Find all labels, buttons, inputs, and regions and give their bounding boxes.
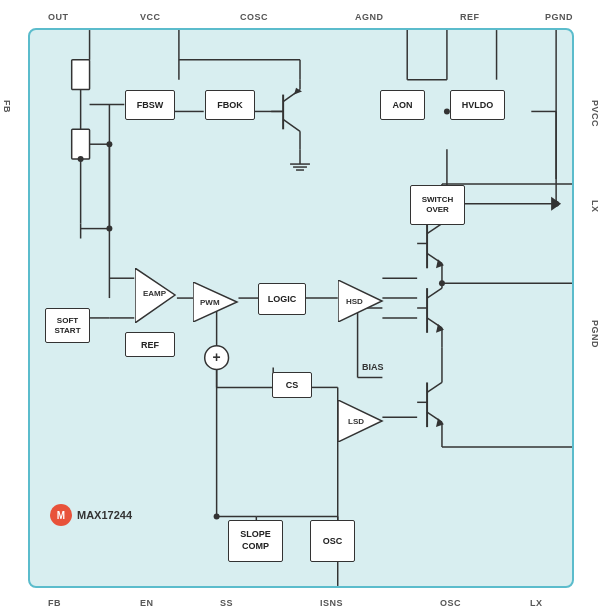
soft-start-block: SOFT START [45, 308, 90, 343]
switchover-block: SWITCH OVER [410, 185, 465, 225]
osc-block: OSC [310, 520, 355, 562]
svg-text:LSD: LSD [348, 417, 364, 426]
pwm-block: PWM [193, 282, 241, 322]
label-lx-right: LX [590, 200, 600, 213]
logic-block: LOGIC [258, 283, 306, 315]
logo-badge: M MAX17244 [50, 504, 132, 526]
label-pgnd-right: PGND [590, 320, 600, 348]
label-lx: LX [530, 598, 543, 608]
hvldo-block: HVLDO [450, 90, 505, 120]
svg-text:HSD: HSD [346, 297, 363, 306]
eamp-block: EAMP [135, 268, 180, 323]
svg-point-99 [214, 513, 220, 519]
bias-label: BIAS [362, 362, 384, 372]
svg-line-18 [283, 119, 300, 131]
svg-point-96 [444, 108, 450, 114]
svg-text:EAMP: EAMP [143, 289, 167, 298]
fbok-block: FBOK [205, 90, 255, 120]
svg-point-94 [106, 226, 112, 232]
label-ss: SS [220, 598, 233, 608]
lsd-block: LSD [338, 400, 386, 442]
svg-line-69 [427, 382, 442, 392]
svg-point-93 [106, 141, 112, 147]
label-out: OUT [48, 12, 69, 22]
label-en: EN [140, 598, 154, 608]
svg-point-95 [78, 156, 84, 162]
ref-block: REF [125, 332, 175, 357]
label-isns: ISNS [320, 598, 343, 608]
slope-comp-block: SLOPE COMP [228, 520, 283, 562]
svg-rect-5 [72, 60, 90, 90]
svg-text:PWM: PWM [200, 298, 220, 307]
label-ref: REF [460, 12, 480, 22]
aon-block: AON [380, 90, 425, 120]
cs-block: CS [272, 372, 312, 398]
main-container: OUT VCC COSC AGND REF PGND FB EN SS ISNS… [0, 0, 602, 615]
svg-line-58 [427, 288, 442, 298]
label-pvcc: PVCC [590, 100, 600, 127]
label-fb-left: FB [2, 100, 12, 113]
label-pgnd: PGND [545, 12, 573, 22]
hsd-block: HSD [338, 280, 386, 322]
svg-line-51 [427, 224, 442, 234]
label-osc-pin: OSC [440, 598, 461, 608]
maxim-logo-icon: M [50, 504, 72, 526]
svg-point-98 [439, 280, 445, 286]
fbsw-block: FBSW [125, 90, 175, 120]
svg-text:+: + [213, 349, 221, 365]
svg-point-97 [553, 201, 559, 207]
label-agnd: AGND [355, 12, 384, 22]
svg-marker-19 [294, 88, 302, 95]
svg-rect-6 [72, 129, 90, 159]
label-vcc: VCC [140, 12, 161, 22]
product-name: MAX17244 [77, 509, 132, 521]
label-fb: FB [48, 598, 61, 608]
diagram-area: + [28, 28, 574, 588]
label-cosc: COSC [240, 12, 268, 22]
